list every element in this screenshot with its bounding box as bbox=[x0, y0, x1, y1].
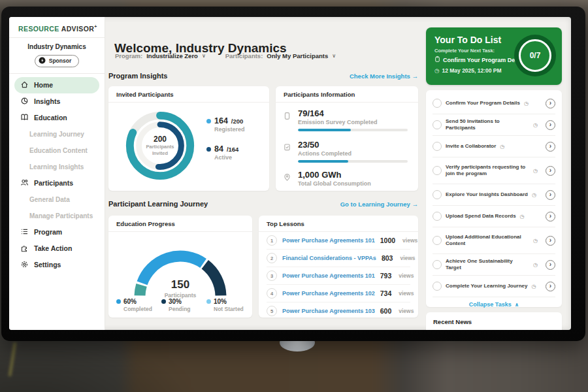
donut-center-label: 200 Participants Invited bbox=[122, 107, 199, 184]
legend-dot bbox=[116, 299, 121, 304]
chevron-right-button[interactable]: › bbox=[546, 99, 555, 108]
lesson-views: 600 bbox=[380, 307, 392, 315]
sidebar-item-general-data[interactable]: General Data bbox=[14, 191, 99, 208]
chevron-right-button[interactable]: › bbox=[546, 166, 555, 176]
participants-filter-select[interactable]: Only My Participants bbox=[267, 52, 328, 59]
todo-item[interactable]: Explore Your Insights Dashboard ◷ › bbox=[433, 184, 555, 206]
todo-item[interactable]: Send 50 Invitations to Participants ◷ › bbox=[433, 114, 555, 136]
learning-journey-header: Participant Learning Journey Go to Learn… bbox=[108, 200, 418, 208]
take-action-puzzle-icon bbox=[20, 244, 29, 253]
app-logo: RESOURCE ADVISOR+ bbox=[9, 17, 105, 37]
todo-item[interactable]: Verify participants requesting to join t… bbox=[433, 157, 555, 184]
info-row-survey: 79/164 Emission Survey Completed bbox=[284, 108, 408, 131]
sidebar-item-participants[interactable]: Participants bbox=[14, 175, 99, 191]
todo-checkbox[interactable] bbox=[433, 142, 442, 151]
survey-icon bbox=[284, 111, 291, 123]
chevron-right-button[interactable]: › bbox=[546, 260, 555, 270]
program-filter-label: Program: bbox=[115, 52, 142, 59]
consumption-value: 1,000 GWh bbox=[298, 170, 408, 180]
gear-icon bbox=[20, 260, 29, 270]
program-filter-select[interactable]: Industrialize Zero bbox=[146, 52, 198, 59]
lesson-link[interactable]: Financial Considerations - VPPAs bbox=[282, 255, 376, 261]
todo-checkbox[interactable] bbox=[433, 236, 442, 245]
lesson-link[interactable]: Power Purchase Agreements 101 bbox=[282, 237, 375, 244]
todo-checkbox[interactable] bbox=[433, 190, 442, 199]
actions-label: Actions Completed bbox=[298, 150, 408, 157]
lesson-views: 734 bbox=[380, 289, 392, 297]
legend-dot bbox=[161, 299, 166, 304]
lesson-link[interactable]: Power Purchase Agreements 102 bbox=[282, 290, 375, 297]
logo-text-primary: RESOURCE bbox=[18, 25, 59, 33]
todo-item[interactable]: Invite a Collaborator ◷ › bbox=[433, 136, 555, 157]
todo-checkbox[interactable] bbox=[433, 212, 442, 221]
todo-item[interactable]: Upload Additional Educational Content ◷ … bbox=[433, 227, 555, 254]
chevron-right-button[interactable]: › bbox=[546, 190, 555, 200]
sidebar-item-learning-insights[interactable]: Learning Insights bbox=[14, 159, 99, 175]
program-insights-header: Program Insights Check More Insights → bbox=[108, 72, 418, 80]
clock-icon: ◷ bbox=[532, 284, 536, 289]
sidebar-item-learning-journey[interactable]: Learning Journey bbox=[14, 126, 99, 142]
sponsor-badge[interactable]: Sponsor bbox=[35, 55, 79, 67]
sidebar-item-take-action[interactable]: Take Action bbox=[14, 240, 99, 257]
sidebar-item-manage-participants[interactable]: Manage Participants bbox=[14, 208, 99, 224]
insights-icon bbox=[20, 97, 29, 106]
sidebar-item-education-content[interactable]: Education Content bbox=[14, 142, 99, 159]
sidebar-item-home[interactable]: Home bbox=[14, 77, 99, 93]
check-more-insights-link[interactable]: Check More Insights → bbox=[350, 73, 418, 80]
todo-checkbox[interactable] bbox=[433, 99, 442, 108]
chevron-down-icon[interactable]: ∨ bbox=[332, 53, 336, 59]
chevron-right-button[interactable]: › bbox=[546, 236, 555, 246]
arrow-right-icon: → bbox=[412, 201, 419, 208]
survey-progress-fill bbox=[298, 129, 351, 131]
collapse-tasks-link[interactable]: Collapse Tasks ∧ bbox=[426, 297, 562, 312]
clock-icon: ◷ bbox=[524, 101, 529, 106]
monitor-bezel: RESOURCE ADVISOR+ Industry Dynamics Spon… bbox=[1, 7, 585, 341]
lesson-link[interactable]: Power Purchase Agreements 101 bbox=[282, 272, 375, 279]
chevron-right-button[interactable]: › bbox=[546, 142, 555, 152]
invited-participants-card: Invited Participants 200 Participants In… bbox=[108, 86, 269, 191]
sidebar-item-label: Manage Participants bbox=[29, 212, 93, 220]
todo-checkbox[interactable] bbox=[433, 166, 442, 175]
sidebar-item-settings[interactable]: Settings bbox=[14, 257, 99, 273]
card-title: Top Lessons bbox=[259, 216, 418, 232]
gauge-total: 150 bbox=[108, 278, 252, 291]
section-title: Participant Learning Journey bbox=[108, 200, 208, 208]
todo-checkbox[interactable] bbox=[433, 282, 442, 291]
lesson-views: 803 bbox=[382, 254, 393, 262]
sidebar-item-insights[interactable]: Insights bbox=[14, 93, 99, 110]
chevron-right-button[interactable]: › bbox=[546, 212, 555, 221]
todo-item[interactable]: Upload Spend Data Records ◷ › bbox=[433, 206, 555, 227]
survey-value: 79/164 bbox=[298, 108, 408, 118]
desk-scene: RESOURCE ADVISOR+ Industry Dynamics Spon… bbox=[0, 0, 588, 392]
actions-progress-fill bbox=[298, 160, 348, 163]
sponsor-badge-wrap: Sponsor bbox=[9, 52, 105, 73]
todo-checkbox[interactable] bbox=[433, 120, 442, 129]
actions-progress-track bbox=[298, 160, 408, 163]
lesson-row: 4 Power Purchase Agreements 102 734views bbox=[267, 285, 410, 302]
lesson-views: 1000 bbox=[380, 237, 395, 244]
chevron-right-button[interactable]: › bbox=[546, 120, 555, 130]
sidebar-item-program[interactable]: Program bbox=[14, 224, 99, 240]
lesson-link[interactable]: Power Purchase Agreements 103 bbox=[282, 308, 375, 314]
lesson-row: 3 Power Purchase Agreements 101 793views bbox=[267, 267, 410, 285]
info-row-consumption: 1,000 GWh Total Global Consumption bbox=[284, 170, 408, 187]
education-progress-card: Education Progress 150 Participants 60% … bbox=[108, 216, 252, 318]
todo-checkbox[interactable] bbox=[433, 260, 442, 269]
todo-item[interactable]: Achieve One Sustainability Target ◷ › bbox=[433, 254, 555, 276]
sidebar-item-label: Education Content bbox=[29, 147, 88, 154]
info-row-actions: 23/50 Actions Completed bbox=[284, 140, 408, 163]
program-list-icon bbox=[20, 227, 29, 237]
chevron-down-icon[interactable]: ∨ bbox=[202, 53, 206, 59]
todo-item[interactable]: Complete Your Learning Journey ◷ › bbox=[433, 276, 555, 297]
home-icon bbox=[20, 80, 29, 90]
go-to-learning-journey-link[interactable]: Go to Learning Journey → bbox=[340, 201, 418, 208]
chevron-right-button[interactable]: › bbox=[546, 282, 555, 291]
sidebar-item-education[interactable]: Education bbox=[14, 110, 99, 126]
location-pin-icon bbox=[284, 172, 291, 184]
todo-progress-ring: 0/7 bbox=[514, 35, 556, 76]
legend-entry-pending: 30% Pending bbox=[161, 298, 202, 312]
logo-text-secondary: ADVISOR bbox=[61, 25, 95, 33]
participants-information-card: Participants Information 79/164 Emission… bbox=[276, 86, 418, 191]
todo-item[interactable]: Confirm Your Program Details ◷ › bbox=[433, 93, 555, 114]
legend-entry-not-started: 10% Not Started bbox=[206, 298, 247, 312]
